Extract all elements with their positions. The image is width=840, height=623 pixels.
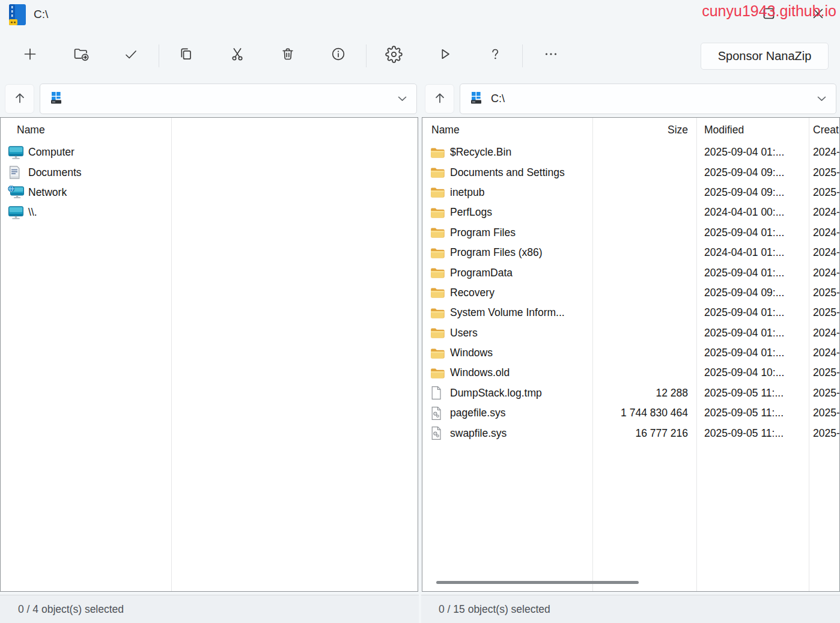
item-name: Program Files (x86)	[450, 246, 543, 259]
table-row[interactable]: pagefile.sys1 744 830 4642025-09-05 11:.…	[422, 403, 839, 423]
folder-icon	[430, 226, 447, 239]
item-name: pagefile.sys	[450, 407, 505, 419]
item-modified: 2025-09-04 01:...	[704, 263, 784, 282]
trash-icon	[279, 46, 296, 65]
right-address-combobox[interactable]: C:\	[460, 84, 836, 114]
table-row[interactable]: Windows.old2025-09-04 10:...2025-	[422, 363, 839, 383]
item-name: $Recycle.Bin	[450, 146, 511, 159]
list-item[interactable]: Network	[1, 183, 418, 202]
table-row[interactable]: PerfLogs2024-04-01 00:...2024-	[422, 202, 839, 222]
folder-extract-icon	[73, 46, 91, 65]
table-row[interactable]: Windows2025-09-04 01:...2024-	[422, 343, 839, 363]
copy-button[interactable]	[167, 38, 205, 72]
window-title: C:\	[34, 8, 48, 21]
right-status-text: 0 / 15 object(s) selected	[439, 603, 550, 616]
item-created: 2024-	[813, 323, 840, 343]
right-column-header-size[interactable]: Size	[668, 118, 688, 142]
table-row[interactable]: Recovery2025-09-04 09:...2025-	[422, 283, 839, 303]
close-button[interactable]	[805, 5, 831, 24]
up-arrow-icon	[431, 90, 448, 109]
left-status-text: 0 / 4 object(s) selected	[18, 603, 124, 616]
item-name: Users	[450, 327, 478, 339]
item-created: 2025-	[813, 383, 840, 403]
plus-icon	[22, 46, 38, 65]
toolbar-divider	[159, 44, 159, 67]
right-column-header-name[interactable]: Name	[431, 118, 460, 142]
test-button[interactable]	[112, 38, 150, 72]
info-icon	[330, 46, 347, 65]
item-created: 2025-	[813, 162, 840, 182]
item-created: 2024-	[813, 343, 840, 363]
table-row[interactable]: Users2025-09-04 01:...2024-	[422, 323, 839, 343]
add-button[interactable]	[11, 38, 49, 72]
file-sys-icon	[430, 426, 447, 440]
table-row[interactable]: ProgramData2025-09-04 01:...2024-	[422, 263, 839, 282]
extract-button[interactable]	[62, 38, 101, 72]
item-modified: 2025-09-04 01:...	[704, 303, 784, 323]
folder-icon	[430, 166, 447, 178]
item-created: 2024-	[813, 223, 840, 243]
left-up-button[interactable]	[5, 84, 34, 114]
item-modified: 2025-09-04 01:...	[704, 323, 784, 343]
table-row[interactable]: Documents and Settings2025-09-04 09:...2…	[422, 162, 839, 182]
gear-icon	[385, 46, 403, 65]
documents-icon	[8, 165, 25, 180]
folder-icon	[430, 327, 447, 339]
right-address-value: C:\	[491, 93, 505, 105]
more-button[interactable]	[532, 38, 570, 72]
item-name: Windows	[450, 347, 493, 359]
item-modified: 2024-04-01 00:...	[704, 202, 784, 222]
settings-button[interactable]	[374, 38, 413, 72]
item-size: 12 288	[656, 383, 688, 403]
folder-icon	[430, 147, 447, 159]
right-column-header-modified[interactable]: Modified	[704, 118, 744, 142]
chevron-down-icon	[398, 96, 407, 102]
table-row[interactable]: swapfile.sys16 777 2162025-09-05 11:...2…	[422, 423, 839, 443]
item-name: Network	[28, 186, 67, 199]
folder-icon	[430, 247, 447, 259]
table-row[interactable]: Program Files2025-09-04 01:...2024-	[422, 223, 839, 243]
list-item[interactable]: Documents	[1, 162, 418, 182]
item-name: DumpStack.log.tmp	[450, 387, 542, 400]
horizontal-scrollbar[interactable]	[436, 581, 639, 584]
maximize-button[interactable]	[755, 5, 782, 24]
move-button[interactable]	[218, 38, 257, 72]
item-name: ProgramData	[450, 267, 513, 279]
item-name: Windows.old	[450, 366, 510, 379]
item-name: Documents and Settings	[450, 166, 565, 179]
network-icon	[8, 185, 25, 199]
table-row[interactable]: Program Files (x86)2024-04-01 01:...2024…	[422, 243, 839, 263]
table-row[interactable]: inetpub2025-09-04 09:...2025-	[422, 183, 839, 202]
right-file-pane: Name Size Modified Creat $Recycle.Bin202…	[422, 117, 840, 592]
delete-button[interactable]	[269, 38, 307, 72]
info-button[interactable]	[319, 38, 358, 72]
left-address-combobox[interactable]	[40, 84, 417, 114]
item-name: Recovery	[450, 287, 495, 299]
folder-icon	[430, 207, 447, 219]
table-row[interactable]: $Recycle.Bin2025-09-04 01:...2024-	[422, 142, 839, 162]
table-row[interactable]: DumpStack.log.tmp12 2882025-09-05 11:...…	[422, 383, 839, 403]
item-size: 16 777 216	[635, 423, 688, 443]
folder-icon	[430, 307, 447, 319]
run-button[interactable]	[425, 38, 464, 72]
item-modified: 2025-09-04 09:...	[704, 162, 784, 182]
copy-icon	[178, 46, 195, 65]
up-arrow-icon	[11, 90, 28, 109]
computer-drive-icon	[470, 91, 482, 107]
list-item[interactable]: Computer	[1, 142, 418, 162]
ellipsis-icon	[543, 46, 559, 65]
help-button[interactable]	[476, 38, 514, 72]
right-up-button[interactable]	[425, 84, 454, 114]
table-row[interactable]: System Volume Inform...2025-09-04 01:...…	[422, 303, 839, 323]
right-column-header-created[interactable]: Creat	[813, 118, 839, 142]
item-created: 2024-	[813, 243, 840, 263]
item-modified: 2025-09-05 11:...	[704, 383, 784, 403]
chevron-down-icon	[817, 96, 826, 102]
toolbar-divider	[366, 44, 367, 67]
item-created: 2024-	[813, 263, 840, 282]
sponsor-nanazip-button[interactable]: Sponsor NanaZip	[701, 43, 829, 70]
toolbar-divider	[522, 44, 523, 67]
left-column-header-name[interactable]: Name	[17, 118, 45, 142]
item-size: 1 744 830 464	[621, 403, 688, 423]
list-item[interactable]: \\.	[1, 202, 418, 222]
